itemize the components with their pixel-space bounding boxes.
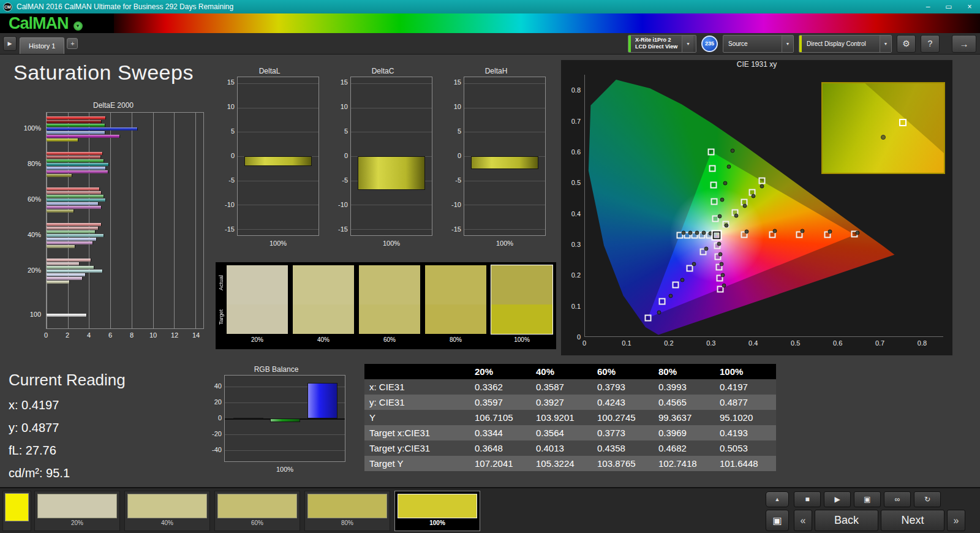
deltae-bar: [47, 245, 75, 248]
target-row-label: Target: [216, 300, 225, 334]
cie-whitepoint-marker: [713, 231, 721, 239]
sweep-level-button-20%[interactable]: 20%: [34, 491, 120, 531]
minimize-button[interactable]: –: [918, 0, 938, 13]
deltae-bar: [47, 273, 86, 276]
table-cell: 101.6448: [715, 456, 776, 471]
table-cell: 0.3927: [531, 395, 592, 410]
delta-axis-tick: -10: [444, 201, 461, 208]
strip-swatch-label: 40%: [293, 336, 354, 343]
strip-target-color: [425, 304, 486, 334]
table-row: Target y:CIE310.36480.40130.43580.46820.…: [364, 440, 776, 456]
stop-measure-button[interactable]: ▣: [766, 510, 789, 531]
panel-toggle-button[interactable]: ▶: [3, 36, 17, 51]
sweep-level-label: 40%: [125, 520, 209, 526]
deltae-plot: [46, 112, 204, 329]
chevron-down-icon[interactable]: ▼: [880, 36, 891, 52]
deltae-axis-tick: 12: [171, 331, 178, 339]
sweep-level-button-100%[interactable]: 100%: [394, 491, 480, 531]
collapse-button[interactable]: ▲: [766, 491, 789, 507]
help-button[interactable]: ?: [921, 35, 940, 53]
continuous-icon[interactable]: ∞: [884, 491, 911, 507]
cie-measured-marker: [668, 294, 673, 298]
delta-gridline: [464, 181, 545, 181]
table-column-header: 60%: [592, 364, 654, 379]
restore-button[interactable]: ▭: [938, 0, 959, 13]
advance-button[interactable]: →: [952, 35, 976, 53]
deltae-bar: [47, 174, 72, 177]
table-cell: 103.8765: [592, 456, 654, 471]
navigation-row: « Back Next »: [794, 510, 965, 531]
table-corner-cell: [364, 364, 470, 379]
sweep-level-button-60%[interactable]: 60%: [214, 491, 300, 531]
cie-axis-tick: 0.3: [706, 339, 715, 347]
delta-gridline: [351, 108, 432, 108]
delta-gridline: [464, 108, 545, 108]
cie-axis-tick: 0.4: [571, 210, 581, 217]
cie-axis-tick: 0.8: [918, 339, 927, 347]
cie-axis-tick: 0.5: [571, 179, 581, 186]
play-icon[interactable]: ▶: [824, 491, 851, 507]
chevron-down-icon[interactable]: ▼: [682, 36, 693, 52]
delta-gridline: [238, 205, 318, 205]
deltae-gridline: [174, 113, 175, 328]
add-tab-button[interactable]: +: [67, 38, 78, 49]
strip-target-color: [227, 304, 288, 334]
settings-button[interactable]: ⚙: [897, 35, 916, 53]
last-page-button[interactable]: »: [947, 510, 965, 531]
chevron-down-icon[interactable]: ▼: [782, 36, 793, 52]
table-cell: 0.4565: [654, 395, 715, 410]
table-row: y: CIE310.35970.39270.42430.45650.4877: [364, 395, 776, 410]
display-control-dropdown[interactable]: Direct Display Control ▼: [799, 35, 892, 53]
sweep-level-button-80%[interactable]: 80%: [304, 491, 390, 531]
cie-x-labels: 00.10.20.30.40.50.60.70.8: [584, 339, 943, 349]
delta-gridline: [238, 181, 318, 181]
deltae-bar: [47, 266, 94, 269]
strip-swatch-80%: [425, 265, 486, 334]
cie-measured-marker: [726, 164, 731, 168]
delta-axis-tick: -10: [331, 201, 348, 208]
cie-axis-tick: 0: [577, 333, 581, 341]
stop-icon[interactable]: ■: [794, 491, 821, 507]
strip-swatch-100%: [491, 265, 552, 334]
delta-bar: [358, 156, 426, 190]
table-cell: 0.3587: [531, 379, 592, 395]
strip-swatch-label: 80%: [425, 336, 486, 343]
first-page-button[interactable]: «: [794, 510, 812, 531]
deltae-bar: [47, 270, 103, 273]
sweep-level-button-40%[interactable]: 40%: [124, 491, 210, 531]
inset-gamut-shade: [823, 83, 944, 173]
next-button[interactable]: Next: [881, 510, 944, 531]
capture-icon[interactable]: ▣: [854, 491, 881, 507]
deltae-bar: [47, 281, 70, 284]
brand-menu-caret-icon[interactable]: ▼: [74, 21, 83, 31]
deltae-gridline: [47, 113, 47, 328]
cie-target-marker: [710, 181, 717, 188]
transport-controls: ▲ ▣ ■▶▣∞↻ « Back Next »: [766, 490, 979, 533]
meter-dropdown[interactable]: X-Rite i1Pro 2 LCD Direct View ▼: [628, 35, 696, 53]
tab-history-1[interactable]: History 1: [20, 37, 64, 54]
source-dropdown[interactable]: Source ▼: [723, 35, 794, 53]
cie-axis-tick: 0.2: [664, 339, 673, 347]
current-color-tile: [2, 491, 31, 531]
deltae-gridline: [132, 113, 132, 328]
chart-title: RGB Balance: [202, 365, 350, 374]
strip-actual-color: [227, 265, 288, 304]
delta-axis-tick: 5: [331, 127, 348, 135]
cie-measured-marker: [725, 224, 729, 228]
table-row-label: Target y:CIE31: [364, 440, 470, 456]
rgb-axis-tick: 0: [202, 414, 222, 421]
rgb-balance-plot: [224, 375, 345, 462]
back-button[interactable]: Back: [815, 510, 878, 531]
deltae-bar: [47, 198, 106, 202]
stop-square-icon: ▣: [772, 515, 782, 526]
measurement-count-badge: 235: [701, 36, 718, 52]
table-row-label: Target Y: [364, 456, 470, 471]
rgb-gridline: [225, 450, 345, 451]
deltae-axis-tick: 10: [149, 331, 157, 339]
rgb-axis-tick: -40: [202, 446, 222, 453]
close-button[interactable]: ×: [959, 0, 980, 13]
delta-axis-tick: 15: [217, 78, 235, 86]
page-title: Saturation Sweeps: [13, 61, 194, 85]
refresh-icon[interactable]: ↻: [914, 491, 941, 507]
cie-y-labels: 0.80.70.60.50.40.30.20.10: [564, 75, 582, 337]
